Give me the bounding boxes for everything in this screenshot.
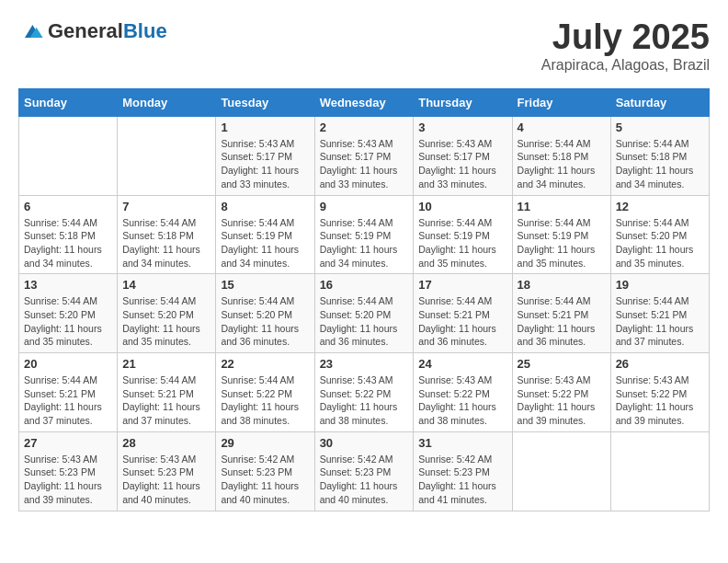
weekday-header-thursday: Thursday	[414, 88, 512, 116]
day-number: 28	[122, 436, 210, 450]
week-row-5: 27Sunrise: 5:43 AMSunset: 5:23 PMDayligh…	[19, 431, 710, 511]
day-info: Sunrise: 5:42 AMSunset: 5:23 PMDaylight:…	[418, 453, 506, 507]
day-number: 13	[24, 278, 112, 292]
day-info: Sunrise: 5:42 AMSunset: 5:23 PMDaylight:…	[221, 453, 309, 507]
calendar-cell: 15Sunrise: 5:44 AMSunset: 5:20 PMDayligh…	[216, 274, 314, 353]
day-number: 21	[122, 357, 210, 371]
calendar-cell: 21Sunrise: 5:44 AMSunset: 5:21 PMDayligh…	[118, 353, 216, 432]
calendar-cell: 28Sunrise: 5:43 AMSunset: 5:23 PMDayligh…	[118, 431, 216, 511]
calendar-cell: 30Sunrise: 5:42 AMSunset: 5:23 PMDayligh…	[314, 431, 414, 511]
day-info: Sunrise: 5:44 AMSunset: 5:21 PMDaylight:…	[518, 294, 606, 349]
day-info: Sunrise: 5:44 AMSunset: 5:21 PMDaylight:…	[122, 373, 210, 428]
day-number: 17	[418, 278, 506, 292]
day-number: 25	[518, 357, 606, 371]
weekday-header-monday: Monday	[118, 88, 216, 116]
day-number: 20	[24, 357, 112, 371]
day-info: Sunrise: 5:43 AMSunset: 5:22 PMDaylight:…	[518, 373, 606, 428]
day-info: Sunrise: 5:43 AMSunset: 5:23 PMDaylight:…	[24, 453, 112, 507]
calendar-cell: 22Sunrise: 5:44 AMSunset: 5:22 PMDayligh…	[216, 353, 314, 432]
calendar-cell: 3Sunrise: 5:43 AMSunset: 5:17 PMDaylight…	[414, 116, 512, 195]
day-number: 23	[320, 357, 409, 371]
calendar-cell: 27Sunrise: 5:43 AMSunset: 5:23 PMDayligh…	[19, 431, 118, 511]
calendar-cell: 20Sunrise: 5:44 AMSunset: 5:21 PMDayligh…	[19, 353, 118, 432]
calendar-cell: 13Sunrise: 5:44 AMSunset: 5:20 PMDayligh…	[19, 274, 118, 353]
day-number: 2	[320, 121, 409, 134]
day-info: Sunrise: 5:44 AMSunset: 5:18 PMDaylight:…	[518, 137, 606, 191]
calendar-cell	[610, 431, 709, 511]
weekday-header-row: SundayMondayTuesdayWednesdayThursdayFrid…	[19, 88, 710, 116]
day-info: Sunrise: 5:44 AMSunset: 5:20 PMDaylight:…	[122, 294, 210, 349]
week-row-2: 6Sunrise: 5:44 AMSunset: 5:18 PMDaylight…	[19, 195, 710, 274]
logo-general-text: General	[48, 19, 123, 42]
weekday-header-friday: Friday	[512, 88, 610, 116]
weekday-header-tuesday: Tuesday	[216, 88, 314, 116]
weekday-header-wednesday: Wednesday	[314, 88, 414, 116]
day-info: Sunrise: 5:44 AMSunset: 5:19 PMDaylight:…	[418, 216, 506, 270]
calendar-cell: 9Sunrise: 5:44 AMSunset: 5:19 PMDaylight…	[314, 195, 414, 274]
day-number: 19	[616, 278, 704, 292]
day-number: 18	[518, 278, 606, 292]
calendar-cell: 5Sunrise: 5:44 AMSunset: 5:18 PMDaylight…	[610, 116, 709, 195]
day-number: 9	[320, 200, 409, 213]
day-number: 26	[616, 357, 704, 371]
calendar-cell: 11Sunrise: 5:44 AMSunset: 5:19 PMDayligh…	[512, 195, 610, 274]
calendar-cell	[118, 116, 216, 195]
calendar-cell: 7Sunrise: 5:44 AMSunset: 5:18 PMDaylight…	[118, 195, 216, 274]
calendar-cell: 12Sunrise: 5:44 AMSunset: 5:20 PMDayligh…	[610, 195, 709, 274]
calendar-cell: 25Sunrise: 5:43 AMSunset: 5:22 PMDayligh…	[512, 353, 610, 432]
day-info: Sunrise: 5:44 AMSunset: 5:20 PMDaylight:…	[24, 294, 112, 349]
day-info: Sunrise: 5:44 AMSunset: 5:19 PMDaylight:…	[518, 216, 606, 270]
calendar-cell: 16Sunrise: 5:44 AMSunset: 5:20 PMDayligh…	[314, 274, 414, 353]
calendar-cell: 29Sunrise: 5:42 AMSunset: 5:23 PMDayligh…	[216, 431, 314, 511]
day-number: 30	[320, 436, 409, 450]
day-number: 7	[122, 200, 210, 213]
day-number: 24	[418, 357, 506, 371]
calendar-cell: 18Sunrise: 5:44 AMSunset: 5:21 PMDayligh…	[512, 274, 610, 353]
day-number: 5	[616, 121, 704, 134]
calendar-cell: 24Sunrise: 5:43 AMSunset: 5:22 PMDayligh…	[414, 353, 512, 432]
logo-icon	[18, 18, 44, 44]
calendar-table: SundayMondayTuesdayWednesdayThursdayFrid…	[18, 88, 710, 511]
day-info: Sunrise: 5:43 AMSunset: 5:22 PMDaylight:…	[418, 373, 506, 428]
calendar-cell: 26Sunrise: 5:43 AMSunset: 5:22 PMDayligh…	[610, 353, 709, 432]
calendar-cell: 2Sunrise: 5:43 AMSunset: 5:17 PMDaylight…	[314, 116, 414, 195]
calendar-cell: 8Sunrise: 5:44 AMSunset: 5:19 PMDaylight…	[216, 195, 314, 274]
day-number: 31	[418, 436, 506, 450]
day-number: 16	[320, 278, 409, 292]
day-info: Sunrise: 5:44 AMSunset: 5:21 PMDaylight:…	[24, 373, 112, 428]
day-number: 11	[518, 200, 606, 213]
calendar-cell: 31Sunrise: 5:42 AMSunset: 5:23 PMDayligh…	[414, 431, 512, 511]
weekday-header-sunday: Sunday	[19, 88, 118, 116]
day-info: Sunrise: 5:44 AMSunset: 5:20 PMDaylight:…	[320, 294, 409, 349]
day-info: Sunrise: 5:44 AMSunset: 5:18 PMDaylight:…	[616, 137, 704, 191]
calendar-cell: 14Sunrise: 5:44 AMSunset: 5:20 PMDayligh…	[118, 274, 216, 353]
day-number: 10	[418, 200, 506, 213]
day-number: 12	[616, 200, 704, 213]
day-number: 14	[122, 278, 210, 292]
day-number: 4	[518, 121, 606, 134]
day-info: Sunrise: 5:44 AMSunset: 5:19 PMDaylight:…	[320, 216, 409, 270]
week-row-4: 20Sunrise: 5:44 AMSunset: 5:21 PMDayligh…	[19, 353, 710, 432]
day-info: Sunrise: 5:44 AMSunset: 5:19 PMDaylight:…	[221, 216, 309, 270]
day-info: Sunrise: 5:43 AMSunset: 5:22 PMDaylight:…	[320, 373, 409, 428]
day-number: 27	[24, 436, 112, 450]
day-number: 6	[24, 200, 112, 213]
day-number: 3	[418, 121, 506, 134]
title-block: July 2025 Arapiraca, Alagoas, Brazil	[541, 18, 710, 74]
day-number: 1	[221, 121, 309, 134]
logo-blue-text: Blue	[123, 19, 167, 42]
day-info: Sunrise: 5:42 AMSunset: 5:23 PMDaylight:…	[320, 453, 409, 507]
day-info: Sunrise: 5:43 AMSunset: 5:17 PMDaylight:…	[221, 137, 309, 191]
week-row-3: 13Sunrise: 5:44 AMSunset: 5:20 PMDayligh…	[19, 274, 710, 353]
day-info: Sunrise: 5:43 AMSunset: 5:22 PMDaylight:…	[616, 373, 704, 428]
calendar-cell: 23Sunrise: 5:43 AMSunset: 5:22 PMDayligh…	[314, 353, 414, 432]
calendar-cell: 19Sunrise: 5:44 AMSunset: 5:21 PMDayligh…	[610, 274, 709, 353]
calendar-cell: 6Sunrise: 5:44 AMSunset: 5:18 PMDaylight…	[19, 195, 118, 274]
day-info: Sunrise: 5:44 AMSunset: 5:20 PMDaylight:…	[616, 216, 704, 270]
day-info: Sunrise: 5:43 AMSunset: 5:17 PMDaylight:…	[418, 137, 506, 191]
day-number: 22	[221, 357, 309, 371]
day-info: Sunrise: 5:43 AMSunset: 5:17 PMDaylight:…	[320, 137, 409, 191]
month-title: July 2025	[541, 18, 710, 57]
day-info: Sunrise: 5:44 AMSunset: 5:18 PMDaylight:…	[24, 216, 112, 270]
calendar-cell	[19, 116, 118, 195]
